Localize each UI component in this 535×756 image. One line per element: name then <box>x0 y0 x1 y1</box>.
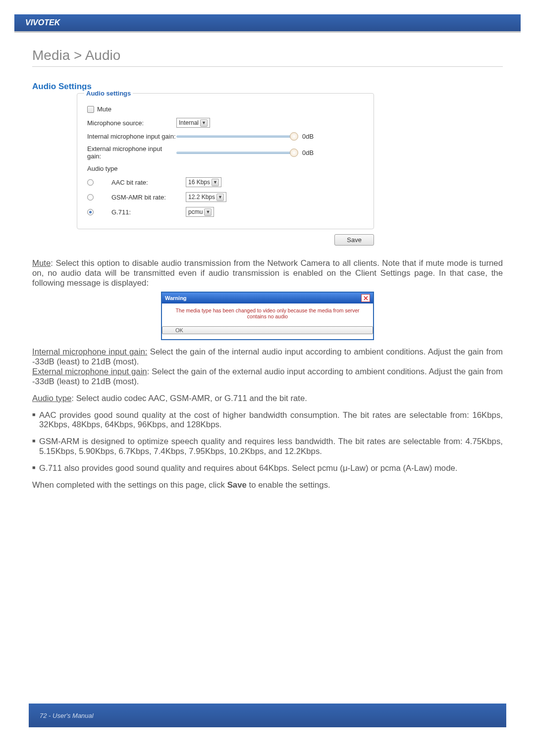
audio-type-row: Audio type <box>87 165 364 172</box>
aac-bullet: AAC provides good sound quality at the c… <box>32 410 503 430</box>
ext-gain-row: External microphone input gain: 0dB <box>87 145 364 160</box>
warning-body: The media type has been changed to video… <box>162 303 373 323</box>
mute-description: Mute: Select this option to disable audi… <box>32 258 503 288</box>
warning-dialog: Warning ✕ The media type has been change… <box>161 292 374 340</box>
brand-header: VIVOTEK <box>14 14 521 31</box>
gsm-row: GSM-AMR bit rate: 12.2 Kbps ▼ <box>87 192 364 202</box>
aac-row: AAC bit rate: 16 Kbps ▼ <box>87 177 364 187</box>
ext-gain-description: External microphone input gain: Select t… <box>32 367 503 387</box>
int-gain-label: Internal microphone input gain: <box>87 133 176 140</box>
mute-desc-text: : Select this option to disable audio tr… <box>32 258 503 288</box>
save-button[interactable]: Save <box>334 234 374 246</box>
gsm-bullet: GSM-ARM is designed to optimize speech q… <box>32 437 503 456</box>
chevron-down-icon: ▼ <box>204 208 212 216</box>
mute-row: Mute <box>87 105 364 113</box>
warning-title: Warning <box>165 295 187 301</box>
aac-label: AAC bit rate: <box>111 179 186 186</box>
aac-value: 16 Kbps <box>188 179 210 186</box>
int-gain-value: 0dB <box>302 133 314 140</box>
ext-gain-value: 0dB <box>302 149 314 156</box>
chevron-down-icon: ▼ <box>212 179 219 186</box>
mute-label: Mute <box>97 105 111 113</box>
gsm-radio[interactable] <box>87 194 94 201</box>
g711-label: G.711: <box>111 208 186 216</box>
gsm-value: 12.2 Kbps <box>188 194 215 201</box>
slider-thumb[interactable] <box>290 149 298 157</box>
audio-type-desc-label: Audio type <box>32 394 71 403</box>
panel-legend: Audio settings <box>84 90 133 97</box>
mic-source-value: Internal <box>179 119 199 126</box>
mic-source-row: Microphone source: Internal ▼ <box>87 118 364 128</box>
page-footer: 72 - User's Manual <box>29 704 506 727</box>
closing-bold: Save <box>227 480 247 490</box>
gsm-select[interactable]: 12.2 Kbps ▼ <box>186 192 226 202</box>
slider-thumb[interactable] <box>290 132 298 141</box>
ext-gain-slider[interactable] <box>176 151 295 154</box>
ok-button[interactable]: OK <box>162 326 373 334</box>
chevron-down-icon: ▼ <box>200 119 208 127</box>
aac-radio[interactable] <box>87 179 94 186</box>
audio-type-description: Audio type: Select audio codec AAC, GSM-… <box>32 394 503 403</box>
closing-post: to enable the settings. <box>247 480 330 490</box>
close-icon[interactable]: ✕ <box>361 294 370 302</box>
codec-list: AAC provides good sound quality at the c… <box>32 410 503 473</box>
g711-value: pcmu <box>188 208 203 215</box>
mute-desc-label: Mute <box>32 258 51 268</box>
ext-gain-desc-label: External microphone input gain <box>32 367 147 376</box>
audio-type-label: Audio type <box>87 165 176 172</box>
g711-radio[interactable] <box>87 209 94 215</box>
int-gain-description: Internal microphone input gain: Select t… <box>32 347 503 367</box>
audio-settings-panel: Audio settings Mute Microphone source: I… <box>77 93 374 229</box>
audio-type-desc-text: : Select audio codec AAC, GSM-AMR, or G.… <box>71 394 307 403</box>
save-row: Save <box>77 234 374 246</box>
closing-text: When completed with the settings on this… <box>32 480 503 490</box>
int-gain-slider[interactable] <box>176 135 295 138</box>
gsm-label: GSM-AMR bit rate: <box>111 194 186 201</box>
closing-pre: When completed with the settings on this… <box>32 480 227 490</box>
aac-select[interactable]: 16 Kbps ▼ <box>186 177 221 187</box>
chevron-down-icon: ▼ <box>216 194 224 201</box>
page-title: Media > Audio <box>32 48 503 67</box>
int-gain-row: Internal microphone input gain: 0dB <box>87 133 364 140</box>
mic-source-label: Microphone source: <box>87 119 176 127</box>
mic-source-select[interactable]: Internal ▼ <box>176 118 210 128</box>
g711-select[interactable]: pcmu ▼ <box>186 207 214 217</box>
ext-gain-label: External microphone input gain: <box>87 145 176 160</box>
g711-row: G.711: pcmu ▼ <box>87 207 364 217</box>
g711-bullet: G.711 also provides good sound quality a… <box>32 463 503 473</box>
int-gain-desc-label: Internal microphone input gain: <box>32 347 147 356</box>
mute-checkbox[interactable] <box>87 106 94 113</box>
